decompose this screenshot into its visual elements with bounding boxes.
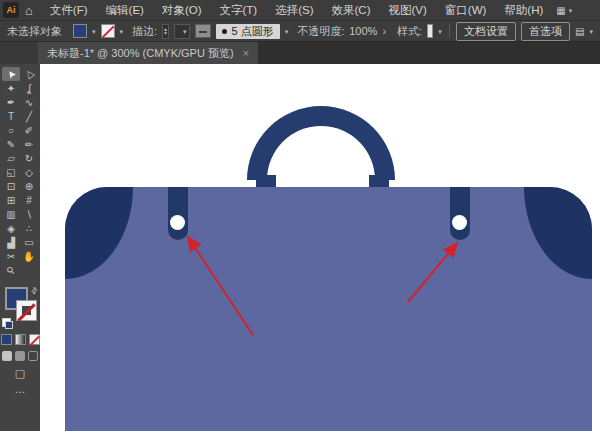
menu-view[interactable]: 视图(V) [380,0,436,20]
menu-items: 文件(F)编辑(E)对象(O)文字(T)选择(S)效果(C)视图(V)窗口(W)… [41,0,552,20]
menu-object[interactable]: 对象(O) [153,0,211,20]
home-icon[interactable]: ⌂ [25,4,33,17]
menu-effect[interactable]: 效果(C) [323,0,380,20]
draw-normal-icon[interactable] [2,351,12,361]
none-slash-icon [101,26,114,39]
stroke-weight-stepper[interactable]: ▲ ▼ [162,24,169,39]
close-icon[interactable]: × [243,47,249,59]
menu-window[interactable]: 窗口(W) [436,0,496,20]
selection-status: 未选择对象 [7,24,62,39]
chevron-down-icon[interactable]: ▾ [120,28,124,35]
hand-tool-icon: ✋ [23,251,35,262]
menu-bar: Ai ⌂ 文件(F)编辑(E)对象(O)文字(T)选择(S)效果(C)视图(V)… [0,0,600,20]
lasso-tool[interactable]: ʆ [20,81,38,95]
swap-fill-stroke-icon[interactable]: ⇄ [29,285,40,296]
tools-panel: ➤▷✦ʆ✒∿T╱○✐✎✏▱↻◱◇⊡⊕⊞#▥∖◈∴▟▭✂✋⚲ ⇄ ▢ … [0,64,40,431]
blend-tool[interactable]: ◈ [2,221,20,235]
artboard-tool[interactable]: ▭ [20,235,38,249]
eyedropper-tool[interactable]: ∖ [20,207,38,221]
chevron-down-icon: ▾ [183,28,187,35]
width-profile-select[interactable] [195,24,212,38]
style-label: 样式: [397,24,422,39]
column-graph-tool[interactable]: ▟ [2,235,20,249]
brush-definition-select[interactable]: 5 点圆形 [216,24,279,39]
ellipse-tool[interactable]: ○ [2,123,20,137]
artboard-canvas[interactable] [40,64,600,431]
hand-tool[interactable]: ✋ [20,249,38,263]
menu-select[interactable]: 选择(S) [266,0,322,20]
curvature-tool-icon: ∿ [25,97,33,108]
menu-file[interactable]: 文件(F) [41,0,97,20]
pen-tool[interactable]: ✒ [2,95,20,109]
gradient-tool-icon: ▥ [6,209,15,220]
draw-behind-icon[interactable] [15,351,25,361]
magic-wand-tool-icon: ✦ [7,83,15,94]
selection-tool[interactable]: ➤ [2,67,20,81]
mesh-tool[interactable]: # [20,193,38,207]
chevron-down-icon[interactable]: ▾ [92,28,96,35]
stroke-swatch-none[interactable] [16,300,37,321]
paintbrush-tool-icon: ✐ [25,125,33,136]
stepper-down-icon[interactable]: ▼ [163,31,168,35]
document-tab[interactable]: 未标题-1* @ 300% (CMYK/GPU 预览) × [38,42,258,64]
pencil-tool-icon: ✏ [25,139,33,150]
direct-selection-tool[interactable]: ▷ [20,67,38,81]
screen-mode-icon[interactable]: ▢ [15,368,25,379]
fill-color-swatch[interactable] [73,24,87,38]
width-tool[interactable]: ◇ [20,165,38,179]
curvature-tool[interactable]: ∿ [20,95,38,109]
annotation-arrow-left[interactable] [188,237,253,335]
stroke-weight-label: 描边: [132,24,157,39]
arrange-documents-icon[interactable]: ▤ [575,26,584,37]
chevron-down-icon[interactable]: ▾ [285,28,289,35]
free-transform-tool[interactable]: ⊡ [2,179,20,193]
document-tab-bar: 未标题-1* @ 300% (CMYK/GPU 预览) × [0,42,600,64]
gradient-tool[interactable]: ▥ [2,207,20,221]
line-segment-tool[interactable]: ╱ [20,109,38,123]
draw-inside-icon[interactable] [28,351,38,361]
pencil-tool[interactable]: ✏ [20,137,38,151]
opacity-label: 不透明度: [297,24,344,39]
opacity-value[interactable]: 100% [349,25,377,37]
menu-help[interactable]: 帮助(H) [495,0,552,20]
workspace-switcher[interactable]: ▦ ▾ [556,5,572,16]
drawing-modes-row [2,351,38,361]
gradient-button[interactable] [15,334,26,345]
document-setup-button[interactable]: 文档设置 [456,22,516,41]
menu-edit[interactable]: 编辑(E) [97,0,153,20]
scale-tool[interactable]: ◱ [2,165,20,179]
preferences-button[interactable]: 首选项 [521,22,570,41]
eraser-tool[interactable]: ▱ [2,151,20,165]
control-bar: 未选择对象 ▾ ▾ 描边: ▲ ▼ ▾ 5 点圆形 ▾ 不透明度: 100% ›… [0,20,600,42]
chevron-down-icon[interactable]: ▾ [589,28,593,35]
chevron-down-icon[interactable]: ▾ [438,28,442,35]
zoom-tool[interactable]: ⚲ [2,263,20,277]
paintbrush-tool[interactable]: ✐ [20,123,38,137]
none-button[interactable] [29,334,40,345]
shaper-tool-icon: ✎ [7,139,15,150]
magic-wand-tool[interactable]: ✦ [2,81,20,95]
paint-type-row [1,334,40,345]
menu-type[interactable]: 文字(T) [211,0,267,20]
edit-toolbar-icon[interactable]: … [15,384,26,395]
color-button[interactable] [1,334,12,345]
slice-tool[interactable]: ✂ [2,249,20,263]
perspective-grid-tool[interactable]: ⊞ [2,193,20,207]
style-swatch[interactable] [427,24,433,38]
stroke-color-swatch[interactable] [101,24,115,38]
stroke-weight-select[interactable]: ▾ [174,24,190,39]
annotation-arrow-right[interactable] [408,243,457,302]
brush-name: 5 点圆形 [231,24,273,39]
symbol-sprayer-tool[interactable]: ∴ [20,221,38,235]
shaper-tool[interactable]: ✎ [2,137,20,151]
panel-chevron-icon[interactable]: › [382,25,386,37]
brush-preview-icon [222,29,227,34]
rotate-tool[interactable]: ↻ [20,151,38,165]
workspace-icon: ▦ [556,5,565,16]
type-tool[interactable]: T [2,109,20,123]
zoom-tool-icon: ⚲ [5,264,18,277]
chevron-down-icon: ▾ [569,7,573,14]
default-fill-stroke-icon[interactable] [2,318,11,327]
illustrator-window: Ai ⌂ 文件(F)编辑(E)对象(O)文字(T)选择(S)效果(C)视图(V)… [0,0,600,431]
shape-builder-tool[interactable]: ⊕ [20,179,38,193]
